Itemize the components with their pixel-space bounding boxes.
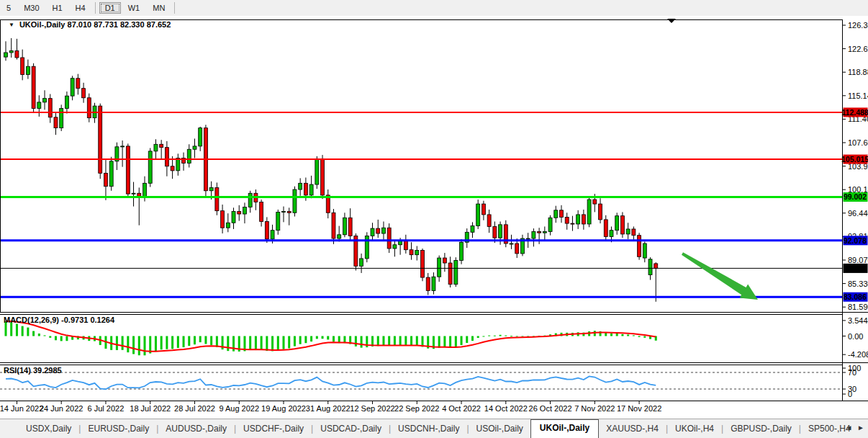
timeframe-button-5[interactable]: 5 xyxy=(1,2,17,14)
date-axis-label: 14 Jun 2022 xyxy=(0,404,43,413)
svg-text:92.078: 92.078 xyxy=(844,236,867,245)
macd-axis-label: 3.5448 xyxy=(848,316,868,325)
tab-ukoil-daily[interactable]: UKOil-,Daily xyxy=(530,419,599,438)
date-axis-label: 17 Nov 2022 xyxy=(617,404,661,413)
rsi-axis-label: 70 xyxy=(848,368,856,377)
date-axis-label: 14 Oct 2022 xyxy=(484,404,528,413)
date-axis-label: 6 Jul 2022 xyxy=(88,404,125,413)
price-axis-tick-label: 118.880 xyxy=(848,68,868,76)
toolbar-separator xyxy=(174,2,175,14)
symbol-tabbar: USDX,Daily|EURUSD-,Daily|AUDUSD-,Daily|U… xyxy=(0,419,868,438)
svg-text:83.086: 83.086 xyxy=(844,292,867,301)
timeframe-button-h1[interactable]: H1 xyxy=(47,2,68,14)
tab-audusd-daily[interactable]: AUDUSD-,Daily xyxy=(158,421,234,438)
date-axis-label: 28 Jul 2022 xyxy=(174,404,215,413)
chart-canvas[interactable]: 126.360122.620118.880115.140111.400107.6… xyxy=(0,16,868,419)
tabbar-scroll-left-icon[interactable]: ◄ xyxy=(845,424,854,432)
tab-usdx-daily[interactable]: USDX,Daily xyxy=(19,421,78,438)
chart-background xyxy=(0,16,868,419)
macd-indicator-label: MACD(12,26,9) -0.9731 0.1264 xyxy=(4,316,114,324)
tab-ukoil-h4[interactable]: UKOil-,H4 xyxy=(668,421,721,438)
svg-text:87.652: 87.652 xyxy=(844,264,867,272)
timeframe-button-h4[interactable]: H4 xyxy=(70,2,91,14)
macd-axis-label: -4.2086 xyxy=(848,350,868,359)
svg-text:99.002: 99.002 xyxy=(844,192,867,201)
tab-usdcnh-daily[interactable]: USDCNH-,Daily xyxy=(391,421,466,438)
date-axis-label: 4 Oct 2022 xyxy=(442,404,481,413)
date-axis-label: 26 Oct 2022 xyxy=(529,404,572,413)
price-axis-tick-label: 89.070 xyxy=(848,256,868,264)
chart-collapse-icon[interactable]: ▼ xyxy=(9,22,14,28)
date-axis-label: 9 Aug 2022 xyxy=(219,404,259,413)
date-axis-label: 12 Sep 2022 xyxy=(350,404,394,413)
tab-usdcad-daily[interactable]: USDCAD-,Daily xyxy=(313,421,389,438)
tabbar-scroll-arrows: ◄ ► xyxy=(845,424,866,432)
tabbar-scroll-right-icon[interactable]: ► xyxy=(857,424,866,432)
chart-title-ohlc: UKOil-,Daily 87.010 87.731 82.330 87.652 xyxy=(19,20,171,29)
date-axis-label: 19 Aug 2022 xyxy=(261,404,306,413)
mt4-window: { "toolbar": { "timeframes": ["5", "M30"… xyxy=(0,0,868,438)
tab-usoil-daily[interactable]: USOil-,Daily xyxy=(469,421,530,438)
price-axis-tick-label: 122.620 xyxy=(848,45,868,53)
svg-text:105.015: 105.015 xyxy=(841,155,868,164)
toolbar-separator xyxy=(95,2,96,14)
date-axis-label: 31 Aug 2022 xyxy=(306,404,351,413)
date-axis-label: 22 Sep 2022 xyxy=(394,404,439,413)
price-axis-tick-label: 107.660 xyxy=(848,138,868,147)
rsi-indicator-label: RSI(14) 39.2985 xyxy=(4,366,62,375)
price-axis-tick-label: 126.360 xyxy=(848,21,868,30)
timeframe-button-w1[interactable]: W1 xyxy=(122,2,146,14)
macd-axis-label: 0.00 xyxy=(848,332,863,341)
tab-gbpusd-daily[interactable]: GBPUSD-,Daily xyxy=(723,421,799,438)
timeframe-toolbar: 5M30H1H4D1W1MN xyxy=(0,0,868,17)
date-axis-label: 24 Jun 2022 xyxy=(40,404,83,413)
chart-symbol-header: ▼ UKOil-,Daily 87.010 87.731 82.330 87.6… xyxy=(9,20,171,29)
rsi-axis-label: 0 xyxy=(848,390,852,398)
timeframe-button-m30[interactable]: M30 xyxy=(18,2,45,14)
tab-eurusd-daily[interactable]: EURUSD-,Daily xyxy=(81,421,156,438)
date-axis-label: 7 Nov 2022 xyxy=(574,404,615,413)
price-axis-tick-label: 96.440 xyxy=(848,209,868,218)
price-axis-tick-label: 85.330 xyxy=(848,280,868,288)
tab-xauusd-h4[interactable]: XAUUSD-,H4 xyxy=(599,421,666,438)
price-axis-tick-label: 115.140 xyxy=(848,91,868,100)
timeframe-button-mn[interactable]: MN xyxy=(147,2,171,14)
timeframe-button-d1[interactable]: D1 xyxy=(99,2,121,14)
price-axis-tick-label: 81.590 xyxy=(848,303,868,311)
svg-text:112.488: 112.488 xyxy=(841,108,868,117)
date-axis-label: 18 Jul 2022 xyxy=(130,404,171,413)
tab-usdchf-daily[interactable]: USDCHF-,Daily xyxy=(236,421,311,438)
